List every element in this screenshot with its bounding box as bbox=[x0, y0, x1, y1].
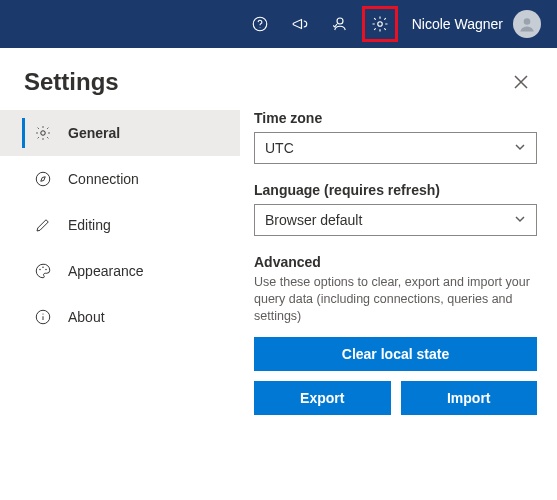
close-icon[interactable] bbox=[511, 72, 531, 92]
settings-sidebar: General Connection Editing Appearance Ab… bbox=[0, 48, 240, 500]
user-name: Nicole Wagner bbox=[412, 16, 503, 32]
svg-point-4 bbox=[524, 18, 531, 25]
sidebar-item-about[interactable]: About bbox=[0, 294, 240, 340]
svg-point-2 bbox=[337, 18, 343, 24]
svg-point-7 bbox=[39, 269, 41, 271]
sidebar-item-connection[interactable]: Connection bbox=[0, 156, 240, 202]
timezone-select[interactable]: UTC bbox=[254, 132, 537, 164]
sidebar-item-general[interactable]: General bbox=[0, 110, 240, 156]
compass-icon bbox=[34, 170, 52, 188]
timezone-label: Time zone bbox=[254, 110, 537, 126]
sidebar-item-label: Appearance bbox=[68, 263, 144, 279]
language-select[interactable]: Browser default bbox=[254, 204, 537, 236]
palette-icon bbox=[34, 262, 52, 280]
svg-point-1 bbox=[259, 27, 260, 28]
help-icon[interactable] bbox=[242, 6, 278, 42]
svg-point-9 bbox=[45, 269, 47, 271]
gear-icon bbox=[34, 124, 52, 142]
chevron-down-icon bbox=[514, 140, 526, 156]
import-button[interactable]: Import bbox=[401, 381, 538, 415]
sidebar-item-label: About bbox=[68, 309, 105, 325]
svg-point-5 bbox=[41, 131, 46, 136]
language-label: Language (requires refresh) bbox=[254, 182, 537, 198]
user-menu[interactable]: Nicole Wagner bbox=[402, 10, 547, 38]
sidebar-item-label: Editing bbox=[68, 217, 111, 233]
panel-title: Settings bbox=[24, 68, 119, 96]
svg-point-11 bbox=[42, 313, 43, 314]
pencil-icon bbox=[34, 216, 52, 234]
language-value: Browser default bbox=[265, 212, 362, 228]
clear-local-state-button[interactable]: Clear local state bbox=[254, 337, 537, 371]
chevron-down-icon bbox=[514, 212, 526, 228]
top-bar: Nicole Wagner bbox=[0, 0, 557, 48]
sidebar-item-label: Connection bbox=[68, 171, 139, 187]
info-icon bbox=[34, 308, 52, 326]
avatar bbox=[513, 10, 541, 38]
settings-main: Time zone UTC Language (requires refresh… bbox=[240, 48, 557, 500]
svg-point-6 bbox=[36, 172, 50, 186]
sidebar-item-label: General bbox=[68, 125, 120, 141]
sidebar-item-appearance[interactable]: Appearance bbox=[0, 248, 240, 294]
export-button[interactable]: Export bbox=[254, 381, 391, 415]
settings-gear-icon[interactable] bbox=[362, 6, 398, 42]
svg-point-3 bbox=[377, 22, 382, 27]
megaphone-icon[interactable] bbox=[282, 6, 318, 42]
sidebar-item-editing[interactable]: Editing bbox=[0, 202, 240, 248]
advanced-title: Advanced bbox=[254, 254, 537, 270]
timezone-value: UTC bbox=[265, 140, 294, 156]
advanced-description: Use these options to clear, export and i… bbox=[254, 274, 537, 325]
feedback-icon[interactable] bbox=[322, 6, 358, 42]
svg-point-8 bbox=[42, 267, 44, 269]
